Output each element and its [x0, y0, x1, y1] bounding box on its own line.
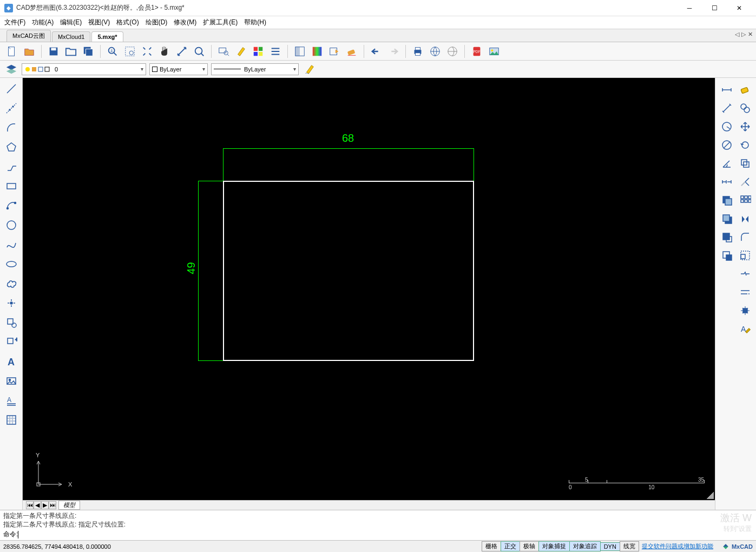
extend-button[interactable] [737, 284, 754, 301]
minimize-button[interactable]: ─ [677, 0, 702, 16]
color-palette-button[interactable] [251, 44, 266, 59]
zoom-window-button[interactable] [122, 44, 137, 59]
saveas-button[interactable] [81, 44, 96, 59]
layout-button[interactable] [292, 44, 307, 59]
offset-button[interactable] [737, 155, 754, 172]
lwt-toggle[interactable]: 线宽 [620, 541, 639, 551]
layout-prev-icon[interactable]: ◀ [34, 501, 41, 509]
layout-last-icon[interactable]: ⏭ [49, 501, 56, 509]
tab-close-icon[interactable]: ✕ [748, 31, 753, 38]
zoom-extents-button[interactable] [140, 44, 155, 59]
explode-button[interactable] [737, 302, 754, 319]
make-block-button[interactable]: + [3, 333, 20, 351]
color-combo[interactable]: ByLayer [149, 63, 208, 75]
copy-button[interactable] [737, 100, 754, 117]
edit-text-button[interactable]: A [737, 320, 754, 338]
spline-button[interactable] [3, 236, 20, 253]
ortho-toggle[interactable]: 正交 [501, 541, 520, 551]
polyline-button[interactable] [3, 158, 20, 175]
erase-button[interactable] [344, 44, 359, 59]
dim-diameter-button[interactable] [718, 136, 735, 154]
scale-button[interactable] [737, 247, 754, 264]
menu-ext[interactable]: 扩展工具(E) [203, 18, 238, 27]
polygon-button[interactable] [3, 139, 20, 156]
dimension-top[interactable]: 68 [223, 134, 474, 156]
polar-toggle[interactable]: 极轴 [520, 541, 539, 551]
command-input[interactable] [18, 530, 753, 539]
layer-manager-button[interactable] [4, 62, 18, 76]
tab-mxcloud1[interactable]: MxCloud1 [52, 31, 91, 42]
highlight-button[interactable] [233, 44, 248, 59]
arc3p-button[interactable] [3, 197, 20, 214]
dim-linear-button[interactable] [718, 81, 735, 98]
menu-draw[interactable]: 绘图(D) [146, 18, 168, 27]
break-button[interactable] [737, 265, 754, 282]
line-button[interactable] [3, 80, 20, 97]
close-button[interactable]: ✕ [727, 0, 752, 16]
image-insert-button[interactable] [3, 372, 20, 390]
maximize-button[interactable]: ☐ [702, 0, 727, 16]
array-button[interactable] [737, 192, 754, 209]
web2-button[interactable] [445, 44, 460, 59]
arc-button[interactable] [3, 119, 20, 136]
pdf-button[interactable]: PDF [469, 44, 484, 59]
pan-button[interactable] [157, 44, 172, 59]
circle-button[interactable] [3, 216, 20, 234]
zoom-realtime-button[interactable]: ± [105, 44, 120, 59]
menu-format[interactable]: 格式(O) [116, 18, 139, 27]
rectangle-button[interactable] [3, 178, 20, 195]
revcloud-button[interactable] [3, 275, 20, 292]
feedback-link[interactable]: 提交软件问题或增加新功能 [639, 542, 716, 551]
mirror-button[interactable] [737, 210, 754, 227]
save-button[interactable] [46, 44, 61, 59]
menu-func[interactable]: 功能(A) [32, 18, 54, 27]
gradient-button[interactable] [310, 44, 325, 59]
matchprop-button[interactable] [302, 62, 317, 77]
above-obj-button[interactable] [718, 228, 735, 246]
print-button[interactable] [410, 44, 425, 59]
dim-continue-button[interactable] [718, 173, 735, 190]
menu-edit[interactable]: 编辑(E) [60, 18, 82, 27]
dim-angular-button[interactable] [718, 155, 735, 172]
export-button[interactable] [327, 44, 342, 59]
move-button[interactable] [737, 118, 754, 135]
tab-prev-icon[interactable]: ◁ [735, 31, 739, 38]
xline-button[interactable] [3, 100, 20, 117]
below-obj-button[interactable] [718, 247, 735, 264]
grid-toggle[interactable]: 栅格 [482, 541, 501, 551]
menu-view[interactable]: 视图(V) [88, 18, 110, 27]
linetype-combo[interactable]: ByLayer [211, 63, 299, 75]
open-folder-button[interactable] [63, 44, 78, 59]
image-button[interactable] [487, 44, 502, 59]
redo-button[interactable] [386, 44, 401, 59]
drawing-canvas[interactable]: 68 49 Y X [23, 78, 715, 500]
layer-combo[interactable]: 0 [22, 63, 146, 75]
dyn-toggle[interactable]: DYN [600, 542, 620, 551]
dimension-left[interactable]: 49 [193, 181, 223, 361]
text-button[interactable]: A [3, 353, 20, 370]
undo-button[interactable] [369, 44, 384, 59]
fillet-button[interactable] [737, 228, 754, 246]
bring-front-button[interactable] [718, 192, 735, 209]
rotate-button[interactable] [737, 136, 754, 154]
measure-button[interactable] [174, 44, 189, 59]
menu-file[interactable]: 文件(F) [4, 18, 25, 27]
menu-modify[interactable]: 修改(M) [174, 18, 196, 27]
insert-block-button[interactable] [3, 314, 20, 331]
rectangle-entity[interactable] [223, 181, 474, 361]
eraser-button[interactable] [737, 81, 754, 98]
tab-next-icon[interactable]: ▷ [741, 31, 746, 38]
trim-button[interactable] [737, 173, 754, 190]
open-file-button[interactable] [22, 44, 37, 59]
resize-grip[interactable] [706, 491, 714, 499]
point-button[interactable] [3, 294, 20, 312]
zoom-button[interactable] [192, 44, 207, 59]
tab-mxcad-cloud[interactable]: MxCAD云图 [6, 30, 51, 42]
hatch-button[interactable] [3, 411, 20, 429]
new-file-button[interactable] [4, 44, 19, 59]
tab-5mxg[interactable]: 5.mxg* [91, 31, 123, 42]
mtext-button[interactable]: A [3, 392, 20, 409]
layout-first-icon[interactable]: ⏮ [26, 501, 34, 509]
osnap-toggle[interactable]: 对象捕捉 [538, 541, 570, 551]
web-button[interactable] [428, 44, 443, 59]
